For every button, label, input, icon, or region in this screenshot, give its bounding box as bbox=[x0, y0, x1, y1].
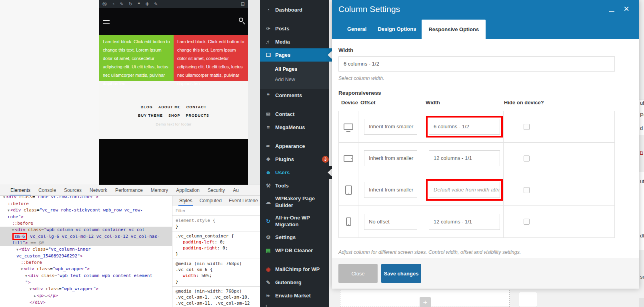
dom-tree-node[interactable]: ::before bbox=[0, 220, 172, 227]
sidebar-item-users[interactable]: ☻Users bbox=[260, 166, 329, 179]
dom-tree-node[interactable]: ▼<div class="vc_row rohe-stickycont wpb_… bbox=[0, 207, 172, 214]
text-blocks-row: I am text block. Click edit button to ch… bbox=[99, 35, 248, 81]
column-header-width: Width bbox=[423, 100, 503, 106]
new-content-plus-icon[interactable]: ✚ bbox=[145, 0, 149, 8]
search-icon[interactable] bbox=[239, 18, 243, 22]
close-button[interactable]: Close bbox=[338, 264, 378, 283]
offset-select[interactable]: Inherit from smaller bbox=[364, 119, 417, 135]
footer-link-blog[interactable]: BLOG bbox=[141, 105, 153, 109]
responsiveness-table-headers: DeviceOffsetWidthHide on device? bbox=[338, 100, 615, 106]
css-rule[interactable]: @media (min-width: 768px).vc_col-sm-1, .… bbox=[172, 287, 260, 307]
green-text-block[interactable]: I am text block. Click edit button to ch… bbox=[99, 35, 174, 81]
customize-pencil-icon[interactable]: ✎ bbox=[120, 0, 124, 8]
dom-tree-node[interactable]: ::before bbox=[0, 259, 172, 266]
hide-on-device-checkbox[interactable] bbox=[524, 187, 530, 193]
devtools-tab-au[interactable]: Au bbox=[229, 185, 243, 195]
devtools-tab-memory[interactable]: Memory bbox=[147, 185, 172, 195]
sidebar-item-posts[interactable]: ✑Posts bbox=[260, 22, 329, 35]
sidebar-item-dashboard[interactable]: ◔Dashboard bbox=[260, 3, 329, 16]
collapse-preview-icon[interactable]: ⊟ bbox=[241, 1, 245, 7]
footer-link-products[interactable]: PRODUCTS bbox=[186, 114, 209, 118]
device-width-select[interactable]: 12 columns - 1/1 bbox=[429, 214, 500, 230]
sidebar-item-wp-db-cleaner[interactable]: ▤WP DB Cleaner bbox=[260, 244, 329, 257]
sidebar-item-all-in-one-wp-migration[interactable]: ↻All-in-One WP Migration bbox=[260, 211, 329, 231]
sidebar-item-gutenberg[interactable]: ✎Gutenberg bbox=[260, 276, 329, 289]
hamburger-menu-icon[interactable] bbox=[103, 20, 110, 26]
styles-filter-input[interactable]: Filter bbox=[172, 206, 260, 216]
devtools-tab-performance[interactable]: Performance bbox=[111, 185, 147, 195]
modal-tab-responsive-options[interactable]: Responsive Options bbox=[422, 20, 486, 39]
sidebar-item-media[interactable]: ♬Media bbox=[260, 35, 329, 48]
dom-tree-node[interactable]: rohe"> bbox=[0, 214, 172, 220]
devtools-tab-elements[interactable]: Elements bbox=[6, 185, 34, 195]
footer-link-contact[interactable]: CONTACT bbox=[186, 105, 206, 109]
modal-body: Width 6 columns - 1/2 Select column widt… bbox=[332, 39, 639, 258]
css-rule[interactable]: .vc_column_container {padding-left: 0;pa… bbox=[172, 231, 260, 259]
width-select[interactable]: 6 columns - 1/2 bbox=[338, 56, 615, 72]
sidebar-item-pages[interactable]: ❏Pages bbox=[260, 48, 329, 62]
sidebar-subitem-all-pages[interactable]: All Pages bbox=[260, 64, 329, 74]
sidebar-item-contact[interactable]: ✉Contact bbox=[260, 108, 329, 121]
dom-tree-node[interactable]: sm-6 vc_col-lg-6 vc_col-md-12 vc_col-xs-… bbox=[0, 233, 172, 240]
footer-link-about-me[interactable]: ABOUT ME bbox=[158, 105, 181, 109]
pages-icon: ❏ bbox=[265, 52, 272, 58]
css-rule[interactable]: element.style {} bbox=[172, 216, 260, 231]
close-icon[interactable]: × bbox=[624, 3, 629, 14]
dom-tree-node[interactable]: "> bbox=[0, 279, 172, 286]
footer-link-shop[interactable]: SHOP bbox=[168, 114, 180, 118]
sidebar-item-plugins[interactable]: ❖Plugins3 bbox=[260, 153, 329, 166]
dom-tree-node[interactable]: ::before bbox=[0, 201, 172, 207]
minimize-icon[interactable] bbox=[609, 11, 614, 12]
modal-tab-general[interactable]: General bbox=[342, 26, 372, 39]
comments-bubble-icon[interactable]: ❝ bbox=[138, 0, 140, 8]
device-width-select[interactable]: Default value from width attribute bbox=[429, 182, 500, 198]
styles-tab-styles[interactable]: Styles bbox=[176, 196, 196, 206]
sidebar-item-settings[interactable]: ⚙Settings bbox=[260, 231, 329, 244]
dom-tree-node[interactable]: ▶<p>…</p> bbox=[0, 293, 172, 299]
dom-tree-node[interactable]: </div> bbox=[0, 299, 172, 306]
hide-on-device-checkbox[interactable] bbox=[524, 124, 530, 130]
dom-tree-node[interactable]: ▼<div class="vc_column-inner bbox=[0, 246, 172, 253]
red-text-block[interactable]: I am text block. Click edit button to ch… bbox=[174, 35, 248, 81]
sidebar-item-envato-market[interactable]: ❧Envato Market bbox=[260, 289, 329, 302]
sidebar-item-megamenus[interactable]: ≡MegaMenus bbox=[260, 121, 329, 134]
styles-tab-computed[interactable]: Computed bbox=[196, 196, 225, 206]
offset-select[interactable]: Inherit from smaller bbox=[364, 150, 417, 166]
dashboard-gauge-icon[interactable]: ◔ bbox=[112, 0, 115, 8]
modal-tab-design-options[interactable]: Design Options bbox=[372, 26, 422, 39]
device-width-select[interactable]: 6 columns - 1/2 bbox=[429, 119, 500, 135]
save-changes-button[interactable]: Save changes bbox=[381, 264, 421, 283]
sidebar-item-comments[interactable]: ❝Comments bbox=[260, 89, 329, 102]
devtools-tab-network[interactable]: Network bbox=[86, 185, 111, 195]
footer-link-buy-theme[interactable]: BUY THEME bbox=[138, 114, 163, 118]
offset-select[interactable]: Inherit from smaller bbox=[364, 182, 417, 198]
collapse-menu-icon[interactable]: ◖ bbox=[265, 303, 268, 307]
sidebar-item-wpbakery-page-builder[interactable]: ☁WPBakery Page Builder bbox=[260, 192, 329, 211]
offset-select[interactable]: No offset bbox=[364, 214, 417, 230]
dom-tree-node[interactable]: ▼<div class="wpb_wrapper"> bbox=[0, 266, 172, 273]
dom-tree-node[interactable]: vc_custom_1540892946292"> bbox=[0, 253, 172, 259]
dom-tree-node[interactable]: fill"> == $0 bbox=[0, 240, 172, 246]
sidebar-item-tools[interactable]: ⚒Tools bbox=[260, 179, 329, 192]
edit-pencil-icon[interactable]: ✎ bbox=[154, 0, 158, 8]
wordpress-logo-icon[interactable]: Ⓦ bbox=[102, 0, 107, 8]
device-width-select[interactable]: 12 columns - 1/1 bbox=[429, 150, 500, 166]
dom-tree-node[interactable]: ▼<div class="rohe vc-row-container"> bbox=[0, 196, 172, 201]
sidebar-item-appearance[interactable]: ✒Appearance bbox=[260, 140, 329, 153]
devtools-tab-sources[interactable]: Sources bbox=[60, 185, 86, 195]
css-rule[interactable]: @media (min-width: 768px).vc_col-sm-6 {w… bbox=[172, 259, 260, 287]
dom-tree-node[interactable]: ▼<div class="wpb_wrapper"> bbox=[0, 286, 172, 293]
dom-tree-node[interactable]: ▼<div class="wpb_column vc_column_contai… bbox=[0, 227, 172, 233]
devtools-tab-application[interactable]: Application bbox=[172, 185, 204, 195]
dom-tree-node[interactable]: ▼<div class="wpb_text_column wpb_content… bbox=[0, 273, 172, 279]
updates-refresh-icon[interactable]: ↻ bbox=[129, 0, 132, 8]
sidebar-subitem-add-new[interactable]: Add New bbox=[260, 74, 329, 85]
hide-on-device-checkbox[interactable] bbox=[524, 219, 530, 225]
styles-tab-event-listene[interactable]: Event Listene bbox=[225, 196, 260, 206]
sidebar-item-mailchimp-for-wp[interactable]: ◉MailChimp for WP bbox=[260, 263, 329, 276]
responsiveness-row: Inherit from smaller12 columns - 1/1 bbox=[339, 143, 614, 174]
devtools-tab-security[interactable]: Security bbox=[204, 185, 229, 195]
add-element-plus-button[interactable]: + bbox=[420, 297, 431, 307]
hide-on-device-checkbox[interactable] bbox=[524, 155, 530, 161]
devtools-tab-console[interactable]: Console bbox=[34, 185, 60, 195]
